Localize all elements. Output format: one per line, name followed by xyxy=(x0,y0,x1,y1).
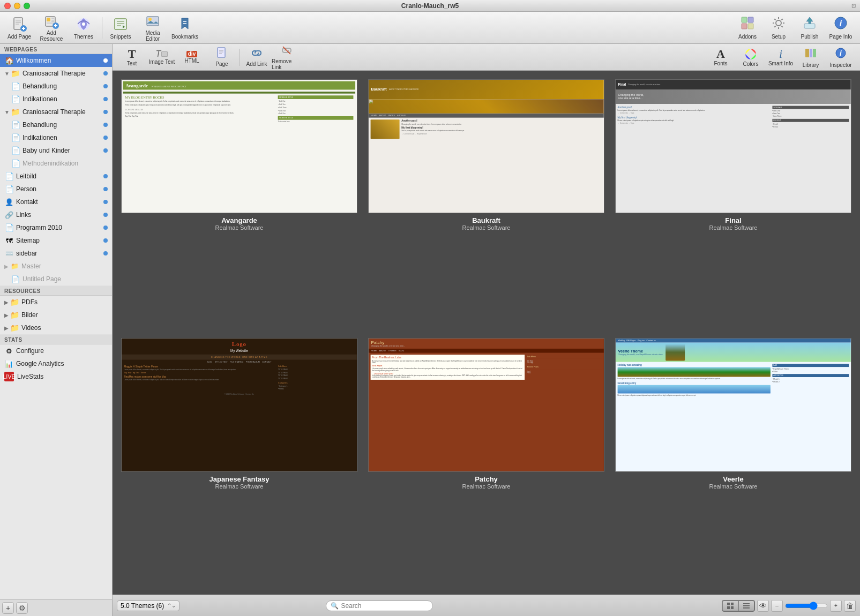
media-editor-button[interactable]: Media Editor xyxy=(138,14,168,42)
addons-button[interactable]: Addons xyxy=(732,14,762,42)
sidebar-item-behandlung1[interactable]: 📄 Behandlung xyxy=(0,80,112,93)
theme-card-final[interactable]: Final Changing the world, one site at a … xyxy=(615,79,851,327)
colors-icon xyxy=(744,48,757,61)
add-resource-button[interactable]: Add Resource xyxy=(36,14,66,42)
add-link-icon xyxy=(251,47,263,61)
add-resource-icon xyxy=(43,14,60,29)
sidebar-item-indikationen2[interactable]: 📄 Indikationen xyxy=(0,131,112,144)
list-view-button[interactable] xyxy=(738,600,754,611)
theme-card-baukraft[interactable]: Baukraft ABOUT PAGES PRESS ARCHIVE HOMEA… xyxy=(368,79,604,327)
text-button[interactable]: T Text xyxy=(117,46,147,69)
cranio2-label: Craniosacral Therapie xyxy=(23,108,103,116)
svg-rect-28 xyxy=(748,24,753,29)
livestats-icon: LIVE xyxy=(4,372,14,381)
zoom-slider-container: – + xyxy=(771,600,842,612)
colors-button[interactable]: Colors xyxy=(736,46,766,69)
sidebar-item-behandlung2[interactable]: 📄 Behandlung xyxy=(0,118,112,131)
sidebar-item-google-analytics[interactable]: 📊 Google Analytics xyxy=(0,357,112,370)
sidebar-item-baby-kinder[interactable]: 📄 Baby und Kinder xyxy=(0,144,112,157)
sidebar-item-leitbild[interactable]: 📄 Leitbild xyxy=(0,170,112,183)
behandlung2-label: Behandlung xyxy=(23,121,103,129)
fonts-button[interactable]: A Fonts xyxy=(706,46,736,69)
sidebar-item-kontakt[interactable]: 👤 Kontakt xyxy=(0,196,112,208)
remove-link-icon xyxy=(281,44,293,58)
close-button[interactable] xyxy=(4,3,11,9)
sidebar-item-sidebar-page[interactable]: ⌨️ sidebar xyxy=(0,247,112,260)
add-item-button[interactable]: + xyxy=(2,602,14,614)
folder-icon-1: 📁 xyxy=(11,69,20,78)
page-icon-5: 📄 xyxy=(11,146,20,155)
search-box[interactable]: 🔍 xyxy=(326,600,433,611)
smart-info-button[interactable]: i Smart Info xyxy=(766,46,796,69)
remove-link-button[interactable]: Remove Link xyxy=(272,46,302,69)
bookmarks-label: Bookmarks xyxy=(171,34,198,40)
add-link-button[interactable]: Add Link xyxy=(242,46,272,69)
html-label: HTML xyxy=(184,58,199,64)
folder-icon-pdfs: 📁 xyxy=(10,297,19,307)
themes-label: Themes xyxy=(74,34,93,40)
sidebar-item-pdfs[interactable]: ▶ 📁 PDFs xyxy=(0,296,112,309)
page-icon-1: 📄 xyxy=(11,81,20,91)
sidebar-item-bilder[interactable]: ▶ 📁 Bilder xyxy=(0,309,112,321)
sidebar-item-videos[interactable]: ▶ 📁 Videos xyxy=(0,321,112,334)
sidebar-item-person[interactable]: 📄 Person xyxy=(0,183,112,196)
html-button[interactable]: div HTML xyxy=(177,46,207,69)
bookmarks-button[interactable]: Bookmarks xyxy=(170,14,200,42)
setup-button[interactable]: Setup xyxy=(764,14,794,42)
theme-card-avangarde[interactable]: Avangarde WEBLOG ABOUT ME CONTACT MY BLO… xyxy=(121,79,357,327)
add-page-button[interactable]: Add Page xyxy=(4,14,34,42)
patchy-author: Realmac Software xyxy=(368,483,604,490)
zoom-slider[interactable] xyxy=(785,602,828,610)
svg-rect-26 xyxy=(748,17,753,22)
add-link-label: Add Link xyxy=(246,61,267,67)
trash-button[interactable]: 🗑 xyxy=(844,600,856,612)
version-select[interactable]: 5.0 Themes (6) ⌃⌄ xyxy=(117,600,180,611)
themes-button[interactable]: Themes xyxy=(69,14,99,42)
library-button[interactable]: Library xyxy=(796,46,826,69)
arrow-icon-bilder: ▶ xyxy=(4,312,9,318)
eye-icon-button[interactable]: 👁 xyxy=(757,600,769,612)
sidebar-scroll: WEBPAGES 🏠 Willkommen ▼ 📁 Craniosacral T… xyxy=(0,44,112,599)
search-input[interactable] xyxy=(341,602,428,610)
inspector-button[interactable]: i Inspector xyxy=(826,46,856,69)
page-btn[interactable]: Page xyxy=(207,46,237,69)
baukraft-author: Realmac Software xyxy=(368,224,604,231)
veerle-name: Veerle xyxy=(615,475,851,483)
sidebar-item-untitled-page[interactable]: 📄 Untitled Page xyxy=(0,273,112,286)
settings-button[interactable]: ⚙ xyxy=(16,602,28,614)
image-text-label: Image Text xyxy=(149,59,175,65)
sitemap-icon: 🗺 xyxy=(4,236,14,245)
sidebar-item-methodenindikation[interactable]: 📄 Methodenindikation xyxy=(0,157,112,170)
sidebar-item-sitemap[interactable]: 🗺 Sitemap xyxy=(0,234,112,247)
publish-button[interactable]: Publish xyxy=(795,14,825,42)
zoom-in-button[interactable]: + xyxy=(830,600,842,612)
snippets-label: Snippets xyxy=(110,34,131,40)
grid-view-button[interactable] xyxy=(722,600,738,611)
sidebar-item-willkommen[interactable]: 🏠 Willkommen xyxy=(0,54,112,67)
home-icon: 🏠 xyxy=(4,56,14,65)
sidebar-item-links[interactable]: 🔗 Links xyxy=(0,208,112,221)
avangarde-author: Realmac Software xyxy=(121,224,357,231)
theme-card-veerle[interactable]: WeblogRW PagesPlug-insContact us Veerle … xyxy=(615,338,851,586)
code-icon: ⌨️ xyxy=(4,249,14,258)
sidebar-item-configure[interactable]: ⚙ Configure xyxy=(0,344,112,357)
sidebar-item-programm2010[interactable]: 📄 Programm 2010 xyxy=(0,221,112,234)
svg-rect-11 xyxy=(47,22,54,24)
snippets-button[interactable]: Snippets xyxy=(106,14,136,42)
main-toolbar: Add Page Add Resource xyxy=(0,12,860,44)
arrow-icon-3: ▶ xyxy=(4,264,9,269)
page-info-button[interactable]: i Page Info xyxy=(826,14,856,42)
sidebar-item-livestats[interactable]: LIVE LiveStats xyxy=(0,370,112,383)
zoom-out-button[interactable]: – xyxy=(771,600,783,612)
secondary-toolbar: T Text T Image Text div HTML xyxy=(113,44,860,71)
maximize-button[interactable] xyxy=(24,3,30,9)
minimize-button[interactable] xyxy=(14,3,20,9)
sidebar-item-master[interactable]: ▶ 📁 Master xyxy=(0,260,112,273)
theme-card-japanese-fantasy[interactable]: Logo My Website CHANGING THE WORLD, ONE … xyxy=(121,338,357,586)
sidebar-item-cranio2[interactable]: ▼ 📁 Craniosacral Therapie xyxy=(0,106,112,118)
sidebar-item-indikationen1[interactable]: 📄 Indikationen xyxy=(0,93,112,106)
image-text-button[interactable]: T Image Text xyxy=(147,46,177,69)
theme-card-patchy[interactable]: Patchy Changing the world, one site at a… xyxy=(368,338,604,586)
sidebar-item-cranio1[interactable]: ▼ 📁 Craniosacral Therapie xyxy=(0,67,112,80)
window-controls[interactable] xyxy=(4,3,30,9)
